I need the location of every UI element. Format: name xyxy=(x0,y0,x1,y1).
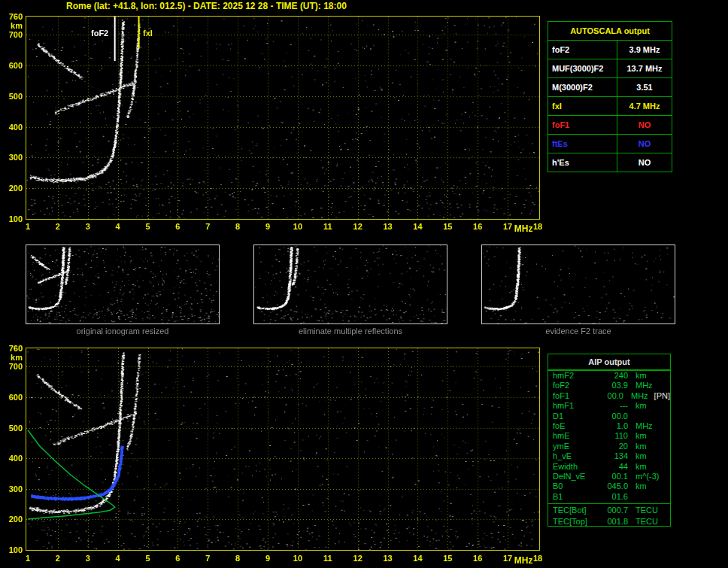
aip-row-value: 110 xyxy=(596,431,628,441)
y-tick-label: 500 xyxy=(2,92,23,101)
y-axis-unit-label: km xyxy=(2,21,23,30)
aip-row-extra xyxy=(653,421,659,431)
y-tick-label: 500 xyxy=(2,424,23,433)
aip-row: TEC[Bot]000.7TECU xyxy=(548,506,670,517)
x-tick-label: 10 xyxy=(293,554,303,563)
thumbnail-original-ionogram xyxy=(26,245,219,323)
aip-row-label: hmF2 xyxy=(548,371,596,381)
x-tick-label: 3 xyxy=(83,222,93,231)
autoscala-header: AUTOSCALA output xyxy=(548,22,672,41)
aip-row-label: D1 xyxy=(548,412,596,421)
autoscala-row-value: 13.7 MHz xyxy=(617,59,672,78)
autoscala-window: { "title": "Rome (lat: +41.8, lon: 012.5… xyxy=(0,0,728,568)
x-tick-label: 14 xyxy=(412,222,423,231)
x-tick-label: 13 xyxy=(383,222,393,231)
aip-row-label: TEC[Top] xyxy=(548,517,596,528)
aip-row-unit: km xyxy=(628,462,647,472)
x-tick-label: 7 xyxy=(202,222,213,231)
aip-row: TEC[Top]001.8TECU xyxy=(548,517,670,528)
aip-row: foE1.0MHz xyxy=(548,421,670,431)
aip-row-unit xyxy=(628,492,635,502)
x-tick-label: 8 xyxy=(232,222,243,231)
thumbnail-evidence-f2-trace xyxy=(482,245,675,323)
autoscala-row-value: NO xyxy=(617,135,672,153)
x-axis-unit-label: MHz xyxy=(513,224,534,233)
x-tick-label: 12 xyxy=(353,554,363,563)
x-tick-label: 1 xyxy=(23,222,33,231)
y-tick-label: 200 xyxy=(2,184,23,193)
aip-row: DelN_vE00.1m^(-3) xyxy=(548,472,670,481)
x-tick-label: 9 xyxy=(262,554,273,563)
aip-row-value: 01.6 xyxy=(596,492,628,502)
aip-row-unit: TECU xyxy=(628,506,658,517)
aip-row-label: B0 xyxy=(548,481,596,491)
x-tick-label: 7 xyxy=(202,554,213,563)
aip-row-extra xyxy=(659,472,665,481)
x-tick-label: 17 xyxy=(502,554,513,563)
aip-row-label: Ewidth xyxy=(548,462,596,472)
autoscala-row-label: ftEs xyxy=(548,135,617,153)
aip-row: foF203.9MHz xyxy=(548,381,670,390)
y-tick-label: 300 xyxy=(2,153,23,162)
y-tick-label: 400 xyxy=(2,454,23,463)
y-tick-label: 300 xyxy=(2,484,23,494)
x-tick-label: 3 xyxy=(83,554,93,563)
aip-row-unit: km xyxy=(628,442,647,451)
thumbnail-eliminate-reflections xyxy=(254,245,447,323)
aip-row: B0045.0km xyxy=(548,481,670,491)
thumbnail-caption-original: original ionogram resized xyxy=(26,327,219,336)
aip-row-extra xyxy=(647,401,653,411)
x-tick-label: 11 xyxy=(323,222,333,231)
autoscala-row-label: h'Es xyxy=(548,153,617,172)
x-tick-label: 12 xyxy=(353,222,363,231)
aip-row-unit: km xyxy=(628,401,647,411)
x-tick-label: 1 xyxy=(23,554,33,563)
aip-row: hmE110km xyxy=(548,431,670,441)
aip-row-unit: MHz xyxy=(628,421,653,431)
aip-row-unit: TECU xyxy=(628,517,658,528)
aip-row-unit: km xyxy=(628,431,647,441)
aip-row-value: 00.0 xyxy=(596,412,628,421)
aip-row-label: ymE xyxy=(548,442,596,451)
y-tick-label: 760 xyxy=(2,344,23,353)
autoscala-row-value: 3.51 xyxy=(617,78,672,97)
x-tick-label: 5 xyxy=(143,222,153,231)
aip-output-table: hmF2240kmfoF203.9MHzfoF100.0MHz[PN]hmF1-… xyxy=(548,370,671,527)
x-tick-label: 8 xyxy=(232,554,243,563)
x-tick-label: 11 xyxy=(323,554,333,563)
aip-row-extra xyxy=(647,371,653,381)
x-tick-label: 18 xyxy=(532,222,543,231)
page-title: Rome (lat: +41.8, lon: 012.5) - DATE: 20… xyxy=(66,1,347,11)
aip-row: hmF2240km xyxy=(548,371,670,381)
aip-row-value: 00.1 xyxy=(596,472,628,481)
x-tick-label: 2 xyxy=(53,554,63,563)
aip-parameter-rows: hmF2240kmfoF203.9MHzfoF100.0MHz[PN]hmF1-… xyxy=(548,371,670,502)
x-tick-label: 6 xyxy=(172,554,183,563)
x-tick-label: 14 xyxy=(412,554,423,563)
aip-row-label: hmF1 xyxy=(548,401,596,411)
aip-row-extra xyxy=(647,481,653,491)
y-tick-label: 600 xyxy=(2,393,23,402)
aip-output-header: AIP output xyxy=(548,354,671,370)
aip-row-value: 1.0 xyxy=(596,421,628,431)
y-tick-label: 700 xyxy=(2,362,23,371)
x-tick-label: 18 xyxy=(532,554,543,563)
aip-row-unit: MHz xyxy=(628,381,653,390)
y-tick-label: 100 xyxy=(2,545,23,554)
x-axis-unit-label: MHz xyxy=(513,556,534,565)
aip-row-value: 44 xyxy=(596,462,628,472)
main-ionogram-canvas xyxy=(26,17,539,219)
y-tick-label: 200 xyxy=(2,515,23,524)
aip-row: D100.0 xyxy=(548,412,670,421)
aip-row-value: 03.9 xyxy=(596,381,628,390)
aip-row-value: 045.0 xyxy=(596,481,628,491)
aip-row: hmF1---km xyxy=(548,401,670,411)
aip-row-extra xyxy=(647,431,653,441)
aip-row-value: 001.8 xyxy=(596,517,628,528)
aip-row-extra xyxy=(653,381,659,390)
aip-row: Ewidth44km xyxy=(548,462,670,472)
x-tick-label: 10 xyxy=(293,222,303,231)
aip-row-extra xyxy=(647,442,653,451)
autoscala-row-value: NO xyxy=(617,116,672,135)
profile-ionogram-canvas xyxy=(26,348,539,550)
